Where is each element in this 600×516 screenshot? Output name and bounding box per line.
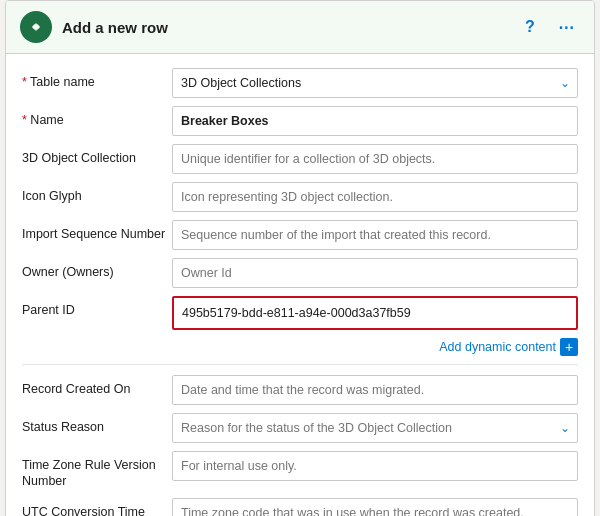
parent-id-row: Parent ID (22, 296, 578, 330)
add-dynamic-content-label: Add dynamic content (439, 340, 556, 354)
record-created-on-label: Record Created On (22, 375, 172, 397)
parent-id-label: Parent ID (22, 296, 172, 318)
record-created-on-input[interactable] (172, 375, 578, 405)
more-button[interactable]: ⋯ (552, 13, 580, 41)
record-created-on-control (172, 375, 578, 405)
parent-id-input[interactable] (174, 298, 576, 328)
dialog-body: * Table name ⌄ * Name 3D Object Collecti… (6, 54, 594, 516)
import-seq-label: Import Sequence Number (22, 220, 172, 242)
plus-icon: + (560, 338, 578, 356)
parent-id-highlight (172, 296, 578, 330)
3d-object-collection-label: 3D Object Collection (22, 144, 172, 166)
required-star-2: * (22, 113, 27, 127)
3d-object-collection-input[interactable] (172, 144, 578, 174)
header-actions: ? ⋯ (516, 13, 580, 41)
utc-conversion-label: UTC Conversion Time Zone Code (22, 498, 172, 517)
status-reason-select-wrapper: ⌄ (172, 413, 578, 443)
name-row: * Name (22, 106, 578, 136)
timezone-rule-row: Time Zone Rule Version Number (22, 451, 578, 490)
icon-glyph-control (172, 182, 578, 212)
add-new-row-dialog: Add a new row ? ⋯ * Table name ⌄ * Name (5, 0, 595, 516)
status-reason-row: Status Reason ⌄ (22, 413, 578, 443)
required-star: * (22, 75, 27, 89)
icon-glyph-input[interactable] (172, 182, 578, 212)
icon-glyph-row: Icon Glyph (22, 182, 578, 212)
status-reason-label: Status Reason (22, 413, 172, 435)
timezone-rule-input[interactable] (172, 451, 578, 481)
timezone-rule-control (172, 451, 578, 481)
import-seq-input[interactable] (172, 220, 578, 250)
add-dynamic-content-button[interactable]: Add dynamic content + (439, 338, 578, 356)
name-control (172, 106, 578, 136)
import-seq-row: Import Sequence Number (22, 220, 578, 250)
dialog-title: Add a new row (62, 19, 506, 36)
utc-conversion-input[interactable] (172, 498, 578, 517)
table-name-control: ⌄ (172, 68, 578, 98)
divider (22, 364, 578, 365)
name-input[interactable] (172, 106, 578, 136)
parent-id-control (172, 296, 578, 330)
help-button[interactable]: ? (516, 13, 544, 41)
owner-label: Owner (Owners) (22, 258, 172, 280)
record-created-on-row: Record Created On (22, 375, 578, 405)
name-label: * Name (22, 106, 172, 128)
owner-control (172, 258, 578, 288)
status-reason-input[interactable] (172, 413, 578, 443)
3d-object-collection-row: 3D Object Collection (22, 144, 578, 174)
utc-conversion-row: UTC Conversion Time Zone Code (22, 498, 578, 517)
dynamic-content-row: Add dynamic content + (22, 338, 578, 356)
utc-conversion-control (172, 498, 578, 517)
icon-glyph-label: Icon Glyph (22, 182, 172, 204)
3d-object-collection-control (172, 144, 578, 174)
table-name-row: * Table name ⌄ (22, 68, 578, 98)
timezone-rule-label: Time Zone Rule Version Number (22, 451, 172, 490)
table-name-select-wrapper: ⌄ (172, 68, 578, 98)
table-name-input[interactable] (172, 68, 578, 98)
dialog-header: Add a new row ? ⋯ (6, 1, 594, 54)
app-logo (20, 11, 52, 43)
owner-row: Owner (Owners) (22, 258, 578, 288)
import-seq-control (172, 220, 578, 250)
owner-input[interactable] (172, 258, 578, 288)
table-name-label: * Table name (22, 68, 172, 90)
status-reason-control: ⌄ (172, 413, 578, 443)
